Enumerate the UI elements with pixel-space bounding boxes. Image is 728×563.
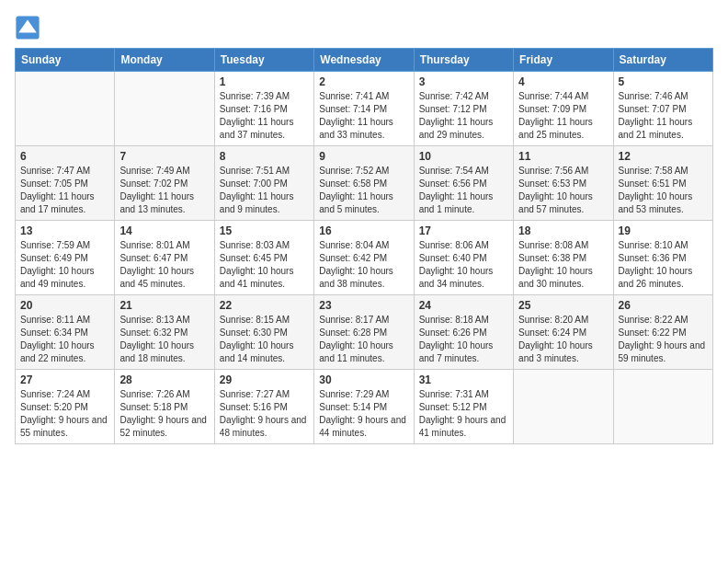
day-info: Sunrise: 8:04 AM Sunset: 6:42 PM Dayligh…: [319, 239, 408, 291]
calendar-cell: 18Sunrise: 8:08 AM Sunset: 6:38 PM Dayli…: [514, 221, 613, 295]
day-info: Sunrise: 8:13 AM Sunset: 6:32 PM Dayligh…: [119, 314, 209, 365]
day-info: Sunrise: 7:46 AM Sunset: 7:07 PM Dayligh…: [619, 90, 708, 142]
day-number: 1: [220, 75, 309, 88]
day-of-week-header: Sunday: [16, 49, 115, 72]
day-number: 31: [419, 373, 508, 386]
day-info: Sunrise: 8:01 AM Sunset: 6:47 PM Dayligh…: [119, 239, 209, 291]
calendar-cell: [514, 370, 613, 444]
day-of-week-header: Wednesday: [314, 49, 414, 72]
calendar-cell: 8Sunrise: 7:51 AM Sunset: 7:00 PM Daylig…: [214, 146, 313, 221]
day-info: Sunrise: 7:52 AM Sunset: 6:58 PM Dayligh…: [319, 165, 408, 216]
day-number: 29: [220, 373, 309, 386]
calendar-cell: 13Sunrise: 7:59 AM Sunset: 6:49 PM Dayli…: [16, 221, 115, 295]
day-number: 19: [619, 224, 708, 237]
day-number: 8: [220, 150, 309, 163]
calendar-cell: 6Sunrise: 7:47 AM Sunset: 7:05 PM Daylig…: [16, 146, 115, 221]
day-number: 12: [619, 150, 708, 163]
calendar-cell: [16, 72, 115, 146]
day-info: Sunrise: 7:39 AM Sunset: 7:16 PM Dayligh…: [220, 90, 309, 142]
calendar-cell: 20Sunrise: 8:11 AM Sunset: 6:34 PM Dayli…: [16, 295, 115, 370]
day-of-week-header: Thursday: [414, 49, 513, 72]
day-number: 3: [419, 75, 508, 88]
day-number: 21: [119, 299, 209, 312]
calendar-cell: 11Sunrise: 7:56 AM Sunset: 6:53 PM Dayli…: [514, 146, 613, 221]
day-info: Sunrise: 7:59 AM Sunset: 6:49 PM Dayligh…: [20, 239, 109, 291]
day-of-week-header: Monday: [115, 49, 214, 72]
day-number: 23: [319, 299, 408, 312]
day-number: 7: [119, 150, 209, 163]
calendar-cell: 29Sunrise: 7:27 AM Sunset: 5:16 PM Dayli…: [214, 370, 313, 444]
day-number: 16: [319, 224, 408, 237]
calendar-cell: 21Sunrise: 8:13 AM Sunset: 6:32 PM Dayli…: [115, 295, 214, 370]
calendar-table: SundayMondayTuesdayWednesdayThursdayFrid…: [15, 48, 713, 444]
calendar-cell: 22Sunrise: 8:15 AM Sunset: 6:30 PM Dayli…: [214, 295, 313, 370]
day-number: 20: [20, 299, 109, 312]
calendar-cell: 10Sunrise: 7:54 AM Sunset: 6:56 PM Dayli…: [414, 146, 513, 221]
day-info: Sunrise: 7:41 AM Sunset: 7:14 PM Dayligh…: [319, 90, 408, 142]
day-info: Sunrise: 7:51 AM Sunset: 7:00 PM Dayligh…: [220, 165, 309, 216]
day-info: Sunrise: 7:58 AM Sunset: 6:51 PM Dayligh…: [619, 165, 708, 216]
day-number: 14: [119, 224, 209, 237]
calendar-cell: 19Sunrise: 8:10 AM Sunset: 6:36 PM Dayli…: [613, 221, 712, 295]
calendar-cell: 14Sunrise: 8:01 AM Sunset: 6:47 PM Dayli…: [115, 221, 214, 295]
day-info: Sunrise: 7:44 AM Sunset: 7:09 PM Dayligh…: [518, 90, 608, 142]
calendar-cell: 1Sunrise: 7:39 AM Sunset: 7:16 PM Daylig…: [214, 72, 313, 146]
day-of-week-header: Friday: [514, 49, 613, 72]
day-info: Sunrise: 7:54 AM Sunset: 6:56 PM Dayligh…: [419, 165, 508, 216]
day-number: 30: [319, 373, 408, 386]
day-number: 18: [518, 224, 608, 237]
calendar-cell: 7Sunrise: 7:49 AM Sunset: 7:02 PM Daylig…: [115, 146, 214, 221]
logo: [15, 15, 44, 40]
calendar-cell: 26Sunrise: 8:22 AM Sunset: 6:22 PM Dayli…: [613, 295, 712, 370]
calendar-cell: 3Sunrise: 7:42 AM Sunset: 7:12 PM Daylig…: [414, 72, 513, 146]
day-of-week-header: Tuesday: [214, 49, 313, 72]
calendar-cell: 27Sunrise: 7:24 AM Sunset: 5:20 PM Dayli…: [16, 370, 115, 444]
day-info: Sunrise: 8:20 AM Sunset: 6:24 PM Dayligh…: [518, 314, 608, 365]
calendar-cell: 28Sunrise: 7:26 AM Sunset: 5:18 PM Dayli…: [115, 370, 214, 444]
day-number: 26: [619, 299, 708, 312]
calendar-cell: 30Sunrise: 7:29 AM Sunset: 5:14 PM Dayli…: [314, 370, 414, 444]
calendar-cell: [613, 370, 712, 444]
calendar-cell: 4Sunrise: 7:44 AM Sunset: 7:09 PM Daylig…: [514, 72, 613, 146]
calendar-cell: 15Sunrise: 8:03 AM Sunset: 6:45 PM Dayli…: [214, 221, 313, 295]
day-number: 17: [419, 224, 508, 237]
day-number: 13: [20, 224, 109, 237]
day-of-week-header: Saturday: [613, 49, 712, 72]
calendar-cell: [115, 72, 214, 146]
day-info: Sunrise: 8:06 AM Sunset: 6:40 PM Dayligh…: [419, 239, 508, 291]
day-info: Sunrise: 8:18 AM Sunset: 6:26 PM Dayligh…: [419, 314, 508, 365]
calendar-cell: 16Sunrise: 8:04 AM Sunset: 6:42 PM Dayli…: [314, 221, 414, 295]
day-info: Sunrise: 7:24 AM Sunset: 5:20 PM Dayligh…: [20, 388, 109, 440]
logo-icon: [15, 15, 40, 40]
day-info: Sunrise: 8:08 AM Sunset: 6:38 PM Dayligh…: [518, 239, 608, 291]
calendar-header-row: SundayMondayTuesdayWednesdayThursdayFrid…: [16, 49, 713, 72]
calendar-cell: 2Sunrise: 7:41 AM Sunset: 7:14 PM Daylig…: [314, 72, 414, 146]
calendar-week-row: 20Sunrise: 8:11 AM Sunset: 6:34 PM Dayli…: [16, 295, 713, 370]
day-info: Sunrise: 7:27 AM Sunset: 5:16 PM Dayligh…: [220, 388, 309, 440]
day-info: Sunrise: 7:56 AM Sunset: 6:53 PM Dayligh…: [518, 165, 608, 216]
day-number: 25: [518, 299, 608, 312]
day-number: 2: [319, 75, 408, 88]
day-info: Sunrise: 8:11 AM Sunset: 6:34 PM Dayligh…: [20, 314, 109, 365]
day-info: Sunrise: 7:26 AM Sunset: 5:18 PM Dayligh…: [119, 388, 209, 440]
day-number: 6: [20, 150, 109, 163]
day-number: 9: [319, 150, 408, 163]
day-info: Sunrise: 8:10 AM Sunset: 6:36 PM Dayligh…: [619, 239, 708, 291]
day-info: Sunrise: 8:03 AM Sunset: 6:45 PM Dayligh…: [220, 239, 309, 291]
calendar-cell: 17Sunrise: 8:06 AM Sunset: 6:40 PM Dayli…: [414, 221, 513, 295]
calendar-cell: 24Sunrise: 8:18 AM Sunset: 6:26 PM Dayli…: [414, 295, 513, 370]
day-info: Sunrise: 7:49 AM Sunset: 7:02 PM Dayligh…: [119, 165, 209, 216]
day-number: 10: [419, 150, 508, 163]
day-info: Sunrise: 8:15 AM Sunset: 6:30 PM Dayligh…: [220, 314, 309, 365]
calendar-week-row: 13Sunrise: 7:59 AM Sunset: 6:49 PM Dayli…: [16, 221, 713, 295]
day-number: 24: [419, 299, 508, 312]
calendar-cell: 31Sunrise: 7:31 AM Sunset: 5:12 PM Dayli…: [414, 370, 513, 444]
calendar-cell: 25Sunrise: 8:20 AM Sunset: 6:24 PM Dayli…: [514, 295, 613, 370]
day-number: 22: [220, 299, 309, 312]
page-header: [15, 15, 713, 40]
calendar-cell: 5Sunrise: 7:46 AM Sunset: 7:07 PM Daylig…: [613, 72, 712, 146]
day-info: Sunrise: 7:47 AM Sunset: 7:05 PM Dayligh…: [20, 165, 109, 216]
day-number: 27: [20, 373, 109, 386]
calendar-week-row: 1Sunrise: 7:39 AM Sunset: 7:16 PM Daylig…: [16, 72, 713, 146]
day-info: Sunrise: 7:42 AM Sunset: 7:12 PM Dayligh…: [419, 90, 508, 142]
